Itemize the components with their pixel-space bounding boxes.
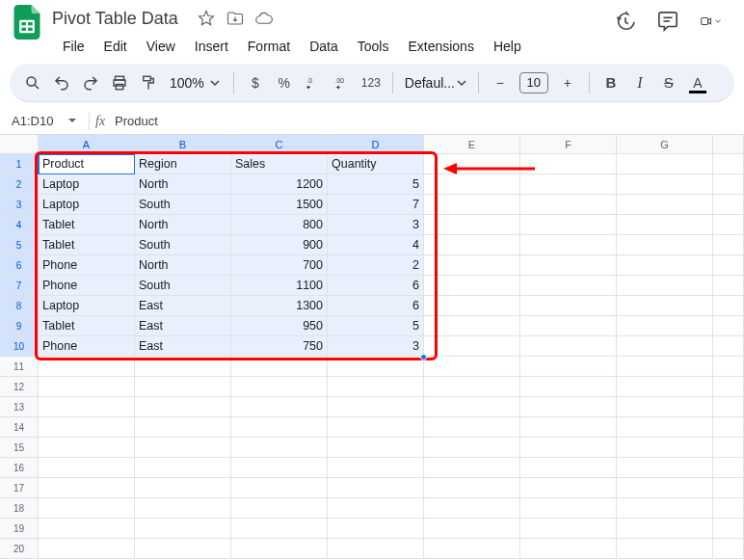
- cell-B7[interactable]: South: [135, 276, 231, 296]
- menu-view[interactable]: View: [138, 35, 184, 58]
- cell-B11[interactable]: [135, 357, 231, 377]
- cell-D1[interactable]: Quantity: [328, 154, 424, 174]
- cell-A19[interactable]: [39, 519, 135, 539]
- cell-G13[interactable]: [617, 397, 713, 417]
- cell-C14[interactable]: [231, 417, 328, 438]
- cell-F12[interactable]: [520, 377, 617, 397]
- cell-G5[interactable]: [617, 235, 713, 255]
- cell-C7[interactable]: 1100: [231, 276, 328, 296]
- cell-extra[interactable]: [713, 316, 744, 336]
- cell-G18[interactable]: [617, 498, 713, 519]
- document-title[interactable]: Pivot Table Data: [46, 7, 184, 31]
- cell-A5[interactable]: Tablet: [39, 235, 135, 255]
- cell-D10[interactable]: 3: [328, 336, 424, 357]
- cell-D12[interactable]: [328, 377, 424, 397]
- row-header-1[interactable]: 1: [0, 154, 39, 174]
- cell-A20[interactable]: [39, 539, 135, 559]
- cell-B1[interactable]: Region: [135, 154, 231, 174]
- cell-A9[interactable]: Tablet: [39, 316, 135, 336]
- cell-C19[interactable]: [231, 519, 328, 539]
- meet-video-icon[interactable]: [700, 11, 721, 32]
- italic-button[interactable]: I: [626, 69, 653, 96]
- cell-G7[interactable]: [617, 276, 713, 296]
- cell-extra[interactable]: [713, 438, 744, 458]
- cell-C12[interactable]: [231, 377, 328, 397]
- cell-C10[interactable]: 750: [231, 336, 328, 357]
- cell-A12[interactable]: [39, 377, 135, 397]
- cell-C15[interactable]: [231, 438, 328, 458]
- cell-extra[interactable]: [713, 276, 744, 296]
- cell-B9[interactable]: East: [135, 316, 231, 336]
- cell-C9[interactable]: 950: [231, 316, 328, 336]
- cell-B6[interactable]: North: [135, 255, 231, 276]
- cell-F16[interactable]: [520, 458, 617, 478]
- cell-C20[interactable]: [231, 539, 328, 559]
- cell-A2[interactable]: Laptop: [39, 174, 135, 195]
- redo-icon[interactable]: [77, 69, 104, 96]
- cell-F19[interactable]: [520, 519, 617, 539]
- row-header-5[interactable]: 5: [0, 235, 39, 255]
- row-header-8[interactable]: 8: [0, 296, 39, 316]
- cell-C18[interactable]: [231, 498, 328, 519]
- cell-C3[interactable]: 1500: [231, 195, 328, 215]
- cell-G15[interactable]: [617, 438, 713, 458]
- row-header-13[interactable]: 13: [0, 397, 39, 417]
- cell-B5[interactable]: South: [135, 235, 231, 255]
- cell-D9[interactable]: 5: [328, 316, 424, 336]
- increase-decimal-icon[interactable]: .00: [329, 69, 356, 96]
- cell-D17[interactable]: [328, 478, 424, 498]
- row-header-10[interactable]: 10: [0, 336, 39, 357]
- cell-G14[interactable]: [617, 417, 713, 438]
- cell-B18[interactable]: [135, 498, 231, 519]
- cell-B2[interactable]: North: [135, 174, 231, 195]
- cell-C13[interactable]: [231, 397, 328, 417]
- cell-B20[interactable]: [135, 539, 231, 559]
- cell-extra[interactable]: [713, 215, 744, 235]
- cell-extra[interactable]: [713, 195, 744, 215]
- cell-A7[interactable]: Phone: [39, 276, 135, 296]
- cell-A1[interactable]: Product: [39, 154, 135, 174]
- format-123-button[interactable]: 123: [358, 69, 385, 96]
- cell-G12[interactable]: [617, 377, 713, 397]
- cell-D8[interactable]: 6: [328, 296, 424, 316]
- cell-extra[interactable]: [713, 154, 744, 174]
- cell-D5[interactable]: 4: [328, 235, 424, 255]
- cell-F13[interactable]: [520, 397, 617, 417]
- cell-E19[interactable]: [424, 519, 520, 539]
- cell-D14[interactable]: [328, 417, 424, 438]
- cell-G9[interactable]: [617, 316, 713, 336]
- cell-D18[interactable]: [328, 498, 424, 519]
- cell-G4[interactable]: [617, 215, 713, 235]
- cell-extra[interactable]: [713, 255, 744, 276]
- cell-G20[interactable]: [617, 539, 713, 559]
- cell-G8[interactable]: [617, 296, 713, 316]
- cell-E18[interactable]: [424, 498, 520, 519]
- cell-B14[interactable]: [135, 417, 231, 438]
- zoom-select[interactable]: 100%: [164, 75, 226, 91]
- cell-F2[interactable]: [520, 174, 617, 195]
- column-header-C[interactable]: C: [231, 135, 328, 153]
- column-header-D[interactable]: D: [328, 135, 424, 153]
- cell-C5[interactable]: 900: [231, 235, 328, 255]
- cell-F3[interactable]: [520, 195, 617, 215]
- cell-B4[interactable]: North: [135, 215, 231, 235]
- cell-G16[interactable]: [617, 458, 713, 478]
- cell-D11[interactable]: [328, 357, 424, 377]
- cell-extra[interactable]: [713, 357, 744, 377]
- cell-D19[interactable]: [328, 519, 424, 539]
- strikethrough-button[interactable]: S: [655, 69, 682, 96]
- cell-E17[interactable]: [424, 478, 520, 498]
- cell-D20[interactable]: [328, 539, 424, 559]
- comment-icon[interactable]: [657, 11, 678, 32]
- column-header-extra[interactable]: [713, 135, 744, 153]
- cell-C8[interactable]: 1300: [231, 296, 328, 316]
- row-header-18[interactable]: 18: [0, 498, 39, 519]
- cell-B13[interactable]: [135, 397, 231, 417]
- cell-F15[interactable]: [520, 438, 617, 458]
- cell-E4[interactable]: [424, 215, 520, 235]
- cell-A3[interactable]: Laptop: [39, 195, 135, 215]
- search-icon[interactable]: [19, 69, 46, 96]
- row-header-17[interactable]: 17: [0, 478, 39, 498]
- cell-C11[interactable]: [231, 357, 328, 377]
- row-header-20[interactable]: 20: [0, 539, 39, 559]
